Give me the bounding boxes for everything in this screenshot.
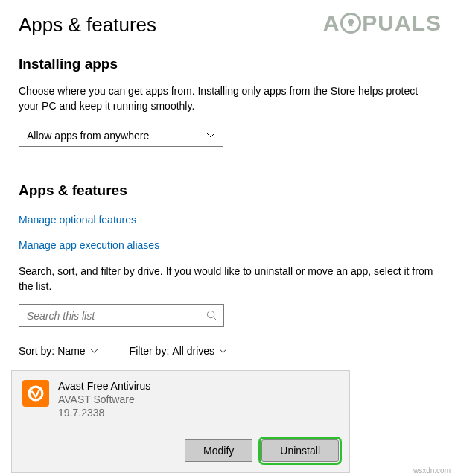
page-title: Apps & features [19,13,436,37]
svg-line-1 [214,317,217,320]
modify-button[interactable]: Modify [185,439,252,462]
attribution: wsxdn.com [413,466,451,475]
chevron-down-icon [206,133,215,139]
avast-app-icon [22,380,49,407]
filter-row: Sort by: Name Filter by: All drives [19,345,436,357]
installing-apps-heading: Installing apps [19,56,436,72]
app-name: Avast Free Antivirus [58,380,150,392]
apps-list-desc: Search, sort, and filter by drive. If yo… [19,264,436,293]
search-icon [206,310,217,321]
app-search-box[interactable] [19,304,224,327]
filter-by-control[interactable]: Filter by: All drives [130,345,227,357]
app-list-item[interactable]: Avast Free Antivirus AVAST Software 19.7… [11,370,350,473]
svg-point-0 [207,311,214,318]
uninstall-button[interactable]: Uninstall [261,439,339,462]
app-version: 19.7.2338 [58,407,150,419]
manage-optional-features-link[interactable]: Manage optional features [19,214,436,226]
app-search-input[interactable] [27,310,206,322]
filter-by-label: Filter by: [130,345,170,357]
filter-by-value: All drives [172,345,214,357]
chevron-down-icon [90,349,98,354]
app-source-dropdown-value: Allow apps from anywhere [27,130,149,142]
chevron-down-icon [219,349,227,354]
apps-features-heading: Apps & features [19,183,436,199]
installing-apps-desc: Choose where you can get apps from. Inst… [19,84,436,113]
manage-app-execution-aliases-link[interactable]: Manage app execution aliases [19,239,436,251]
sort-by-control[interactable]: Sort by: Name [19,345,98,357]
sort-by-value: Name [57,345,85,357]
app-publisher: AVAST Software [58,393,150,405]
sort-by-label: Sort by: [19,345,54,357]
app-source-dropdown[interactable]: Allow apps from anywhere [19,124,223,147]
